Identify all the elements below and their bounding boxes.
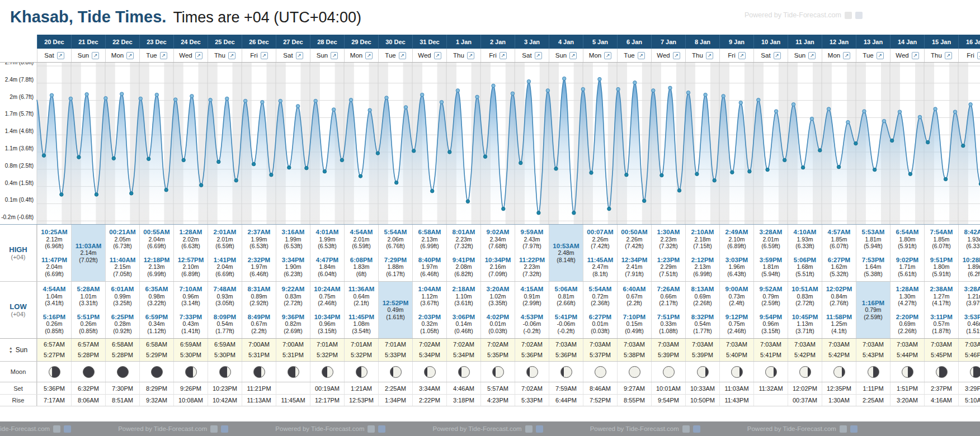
moonset-time: 9:26PM — [173, 382, 208, 394]
low-tide-cell: 1:28AM1.30m(4.27ft)2:20PM0.69m(2.26ft) — [890, 282, 924, 338]
expand-day-icon[interactable]: ↗ — [877, 52, 884, 59]
moonset-time: 5:57AM — [480, 382, 515, 394]
moonset-time: 6:32PM — [71, 382, 105, 394]
sunset-time: 5:30PM — [180, 352, 201, 358]
low-tide-entry: 9:36PM0.82m(2.69ft) — [282, 314, 304, 335]
dow-cell: Wed↗ — [173, 49, 208, 62]
tide-time: 8:49PM — [248, 314, 270, 321]
social-icon[interactable] — [693, 425, 700, 433]
social-icon[interactable] — [378, 425, 385, 433]
sun-times-cell: 7:03AM5:37PM — [583, 339, 617, 361]
tide-height-ft: (6.53ft) — [316, 243, 339, 250]
expand-day-icon[interactable]: ↗ — [569, 52, 577, 59]
tide-height-ft: (5.94ft) — [862, 243, 885, 250]
low-tide-cell: 12:02PM0.84m(2.76ft)11:58PM1.25m(4.1ft) — [822, 282, 856, 338]
expand-day-icon[interactable]: ↗ — [706, 52, 713, 59]
tide-height-ft: (7.97ft) — [521, 243, 544, 250]
moon-cell — [924, 362, 958, 382]
tide-height-ft: (6.89ft) — [725, 243, 748, 250]
social-icon[interactable] — [840, 425, 847, 433]
high-tide-entry: 2:01AM2.01m(6.59ft) — [214, 229, 237, 250]
expand-day-icon[interactable]: ↗ — [399, 52, 406, 59]
high-tide-entry: 5:53AM1.81m(5.94ft) — [862, 229, 885, 250]
expand-day-icon[interactable]: ↗ — [977, 52, 980, 59]
tide-height-ft: (7.68ft) — [487, 243, 510, 250]
expand-day-icon[interactable]: ↗ — [808, 52, 816, 59]
expand-day-icon[interactable]: ↗ — [500, 52, 507, 59]
expand-day-icon[interactable]: ↗ — [843, 52, 850, 59]
date-header-cell: 31 Dec — [412, 35, 446, 49]
tide-height-m: 0.96m — [314, 320, 341, 328]
expand-day-icon[interactable]: ↗ — [673, 52, 680, 59]
moonrise-time: 6:44PM — [549, 395, 583, 406]
social-icon[interactable] — [64, 425, 71, 433]
dow-cell: Thu↗ — [446, 49, 480, 62]
moon-phase-icon — [765, 366, 777, 378]
social-icon[interactable] — [368, 425, 375, 433]
high-tide-cell: 2:49AM2.10m(6.89ft)3:03PM1.96m(6.43ft) — [719, 225, 753, 281]
expand-day-icon[interactable]: ↗ — [365, 52, 373, 59]
moon-cell — [173, 362, 208, 382]
social-icon[interactable] — [682, 425, 690, 433]
expand-day-icon[interactable]: ↗ — [296, 52, 303, 59]
tide-time: 2:10AM — [691, 229, 714, 236]
tide-time: 3:28AM — [760, 229, 783, 236]
expand-day-icon[interactable]: ↗ — [160, 52, 167, 59]
expand-day-icon[interactable]: ↗ — [126, 52, 134, 59]
moon-cell — [378, 362, 412, 382]
expand-day-icon[interactable]: ↗ — [195, 52, 202, 59]
tide-height-m: 1.96m — [725, 263, 748, 271]
moon-cell — [617, 362, 651, 382]
social-icon[interactable] — [53, 425, 60, 433]
tide-height-m: 1.10m — [453, 293, 475, 300]
expand-day-icon[interactable]: ↗ — [467, 52, 474, 59]
expand-day-icon[interactable]: ↗ — [57, 52, 64, 59]
sun-times-cell: 7:02AM5:34PM — [446, 339, 480, 361]
tide-height-ft: (3.35ft) — [487, 300, 510, 307]
moonset-time: 1:51PM — [890, 382, 924, 394]
moon-phase-icon — [970, 366, 980, 378]
date-header-cell: 2 Jan — [480, 35, 515, 49]
dow-cell: Tue↗ — [856, 49, 890, 62]
moonrise-time: 10:50PM — [685, 395, 719, 406]
dow-label: Wed — [896, 52, 908, 59]
social-icon[interactable] — [850, 425, 858, 433]
expand-day-icon[interactable]: ↗ — [738, 52, 746, 59]
tide-time: 3:34PM — [282, 257, 304, 264]
social-icon[interactable] — [536, 425, 543, 433]
moonrise-time: 2:22PM — [412, 395, 446, 406]
low-tide-entry: 5:16PM0.26m(0.85ft) — [43, 314, 65, 335]
expand-day-icon[interactable]: ↗ — [261, 52, 268, 59]
expand-day-icon[interactable]: ↗ — [434, 52, 441, 59]
expand-day-icon[interactable]: ↗ — [92, 52, 99, 59]
social-icon[interactable] — [221, 425, 228, 433]
moon-phase-icon — [151, 366, 163, 378]
tide-time: 9:02AM — [487, 229, 510, 236]
social-icon[interactable] — [210, 425, 218, 433]
share-icon[interactable] — [845, 12, 852, 19]
tide-height-ft: (5.38ft) — [862, 271, 884, 278]
dow-label: Tue — [146, 52, 157, 59]
expand-day-icon[interactable]: ↗ — [638, 52, 645, 59]
high-tide-cell: 5:54AM2.06m(6.76ft)7:29PM1.88m(6.17ft) — [378, 225, 412, 281]
expand-day-icon[interactable]: ↗ — [945, 52, 952, 59]
expand-day-icon[interactable]: ↗ — [912, 52, 919, 59]
tide-height-m: 2.01m — [760, 236, 783, 243]
tide-time: 10:34PM — [314, 314, 341, 321]
expand-day-icon[interactable]: ↗ — [228, 52, 235, 59]
tide-height-ft: (6.99ft) — [144, 271, 170, 278]
tide-time: 1:30AM — [657, 229, 680, 236]
sunrise-time: 7:01AM — [385, 341, 406, 348]
high-tide-entry: 00:50AM2.26m(7.42ft) — [621, 229, 647, 250]
moon-phase-icon — [390, 366, 402, 378]
moon-phase-icon — [322, 366, 333, 378]
expand-day-icon[interactable]: ↗ — [535, 52, 542, 59]
link-icon[interactable] — [855, 12, 863, 19]
expand-day-icon[interactable]: ↗ — [604, 52, 611, 59]
tide-height-ft: (3.25ft) — [111, 300, 134, 307]
expand-day-icon[interactable]: ↗ — [331, 52, 338, 59]
social-icon[interactable] — [525, 425, 533, 433]
expand-day-icon[interactable]: ↗ — [774, 52, 781, 59]
high-tide-entry: 00:21AM2.05m(6.73ft) — [109, 229, 135, 250]
tide-height-m: 1.81m — [862, 236, 885, 243]
